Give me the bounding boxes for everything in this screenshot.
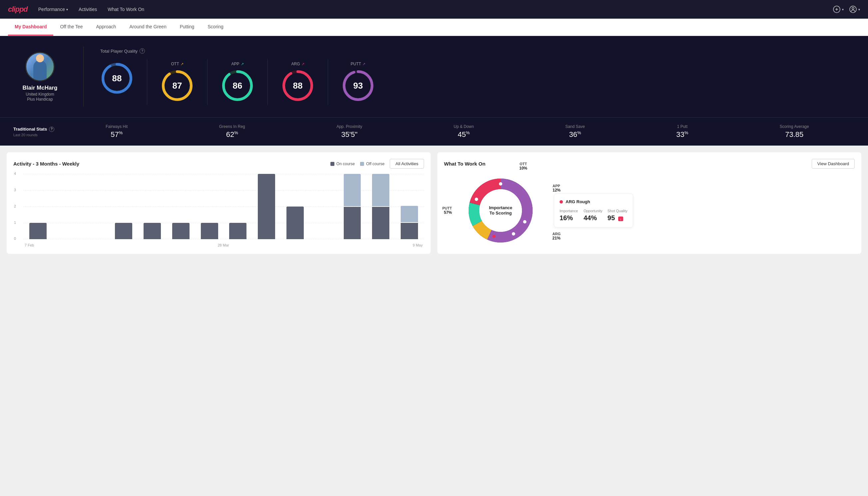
trad-stats-help-icon[interactable]: ?: [49, 127, 54, 132]
bar-group-5: [168, 174, 194, 239]
bar-offcourse-seg-11: [344, 174, 361, 206]
stat-scoring-avg: Scoring Average 73.85: [780, 124, 809, 139]
wtwo-content: PUTT 57% OTT 10% APP 12% ARG 21%: [444, 174, 855, 247]
avatar-figure: [33, 60, 47, 80]
bar-chart: 4 3 2 1 0 7 Feb 28 Mar 9 May: [13, 174, 424, 247]
bar-oncourse-seg-5: [172, 223, 190, 239]
stat-up-down: Up & Down 45%: [454, 124, 474, 139]
putt-score-value: 93: [353, 81, 363, 91]
sand-save-value: 36%: [569, 130, 581, 139]
bar-oncourse-seg-3: [115, 223, 132, 239]
tab-scoring[interactable]: Scoring: [201, 19, 230, 36]
all-activities-button[interactable]: All Activities: [390, 159, 424, 169]
chevron-down-icon: ▾: [842, 7, 844, 11]
score-arg: ARG ↗ 88: [268, 59, 328, 105]
ring-app: 86: [221, 69, 254, 102]
tab-off-the-tee[interactable]: Off the Tee: [53, 19, 89, 36]
player-handicap: Plus Handicap: [27, 97, 53, 102]
ott-donut-label: OTT 10%: [519, 162, 527, 171]
player-name: Blair McHarg: [23, 84, 58, 91]
bar-oncourse-seg-7: [229, 223, 247, 239]
one-putt-value: 33%: [676, 130, 688, 139]
nav-links: Performance ▾ Activities What To Work On: [38, 7, 144, 12]
arg-donut-label: ARG 21%: [553, 232, 561, 241]
app-trend-icon: ↗: [241, 62, 244, 66]
ring-total: 88: [100, 62, 133, 95]
total-score-value: 88: [112, 73, 122, 83]
info-metrics: Importance 16% Opportunity 44% Shot Qual…: [559, 209, 628, 222]
score-cards: 88 OTT ↗ 87: [100, 59, 855, 105]
nav-performance[interactable]: Performance ▾: [38, 7, 68, 12]
top-nav: clippd Performance ▾ Activities What To …: [0, 0, 868, 19]
nav-activities[interactable]: Activities: [79, 7, 97, 12]
info-card: ARG Rough Importance 16% Opportunity 44%…: [554, 193, 633, 228]
stat-fairways-hit: Fairways Hit 57%: [106, 124, 128, 139]
bar-group-7: [224, 174, 251, 239]
stat-1-putt: 1 Putt 33%: [676, 124, 688, 139]
tab-my-dashboard[interactable]: My Dashboard: [8, 19, 53, 36]
ring-ott: 87: [160, 69, 194, 102]
svg-point-4: [852, 7, 854, 9]
stat-greens-in-reg: Greens In Reg 62%: [219, 124, 245, 139]
bar-oncourse-seg-8: [258, 174, 275, 239]
arg-label: ARG ↗: [291, 62, 304, 66]
hero-section: Blair McHarg United Kingdom Plus Handica…: [0, 36, 868, 117]
arg-trend-icon: ↗: [301, 62, 304, 66]
bar-group-12: [367, 174, 394, 239]
info-metric-shot-quality: Shot Quality 95 ↓: [607, 209, 628, 222]
bar-oncourse-seg-6: [201, 223, 218, 239]
donut-wrap: PUTT 57% OTT 10% APP 12% ARG 21%: [464, 174, 537, 247]
app-logo: clippd: [8, 5, 28, 14]
info-dot: [559, 200, 563, 203]
player-info: Blair McHarg United Kingdom Plus Handica…: [13, 52, 67, 102]
bar-offcourse-seg-12: [372, 174, 389, 206]
stats-row: Traditional Stats ? Last 20 rounds Fairw…: [0, 117, 868, 145]
tabs-bar: My Dashboard Off the Tee Approach Around…: [0, 19, 868, 36]
shot-quality-badge: ↓: [618, 217, 624, 221]
donut-chart-svg: [464, 174, 537, 247]
score-ott: OTT ↗ 87: [147, 59, 207, 105]
info-metric-opportunity: Opportunity 44%: [584, 209, 603, 222]
tab-approach[interactable]: Approach: [89, 19, 123, 36]
stat-sand-save: Sand Save 36%: [565, 124, 585, 139]
info-metric-importance: Importance 16%: [559, 209, 580, 222]
ott-score-value: 87: [173, 81, 182, 91]
tpq-label: Total Player Quality ?: [100, 48, 855, 53]
tab-around-the-green[interactable]: Around the Green: [123, 19, 173, 36]
scores-section: Total Player Quality ? 88: [100, 48, 855, 105]
app-proximity-value: 35'5": [342, 130, 358, 139]
bars-container: [23, 174, 424, 239]
score-app: APP ↗ 86: [207, 59, 268, 105]
bar-group-4: [139, 174, 165, 239]
ott-trend-icon: ↗: [180, 62, 184, 66]
scoring-avg-value: 73.85: [785, 130, 803, 139]
what-to-work-on-card: What To Work On View Dashboard PUTT 57% …: [437, 152, 861, 254]
view-dashboard-button[interactable]: View Dashboard: [812, 159, 855, 169]
bar-oncourse-seg-0: [29, 223, 47, 239]
nav-what-to-work-on[interactable]: What To Work On: [108, 7, 144, 12]
shot-quality-value: 95 ↓: [607, 214, 628, 222]
bar-group-10: [311, 174, 337, 239]
add-button[interactable]: ▾: [833, 5, 844, 13]
bar-group-13: [396, 174, 423, 239]
app-score-value: 86: [233, 81, 242, 91]
bar-oncourse-seg-11: [344, 207, 361, 239]
up-down-value: 45%: [458, 130, 470, 139]
legend-on-course: On course: [330, 161, 355, 166]
user-menu-button[interactable]: ▾: [849, 5, 860, 13]
app-donut-label: APP 12%: [553, 184, 561, 192]
fairways-hit-value: 57%: [111, 130, 123, 139]
x-label-may: 9 May: [413, 243, 423, 247]
bar-group-0: [25, 174, 51, 239]
bar-oncourse-seg-4: [144, 223, 161, 239]
bar-group-6: [196, 174, 223, 239]
wtwo-title: What To Work On: [444, 161, 485, 167]
help-icon[interactable]: ?: [140, 48, 145, 53]
bar-offcourse-seg-13: [401, 206, 418, 222]
score-putt: PUTT ↗ 93: [328, 59, 388, 105]
chevron-down-icon: ▾: [66, 7, 68, 11]
bottom-section: Activity - 3 Months - Weekly On course O…: [0, 145, 868, 261]
nav-right: ▾ ▾: [833, 5, 860, 13]
tab-putting[interactable]: Putting: [173, 19, 201, 36]
bar-group-9: [282, 174, 309, 239]
